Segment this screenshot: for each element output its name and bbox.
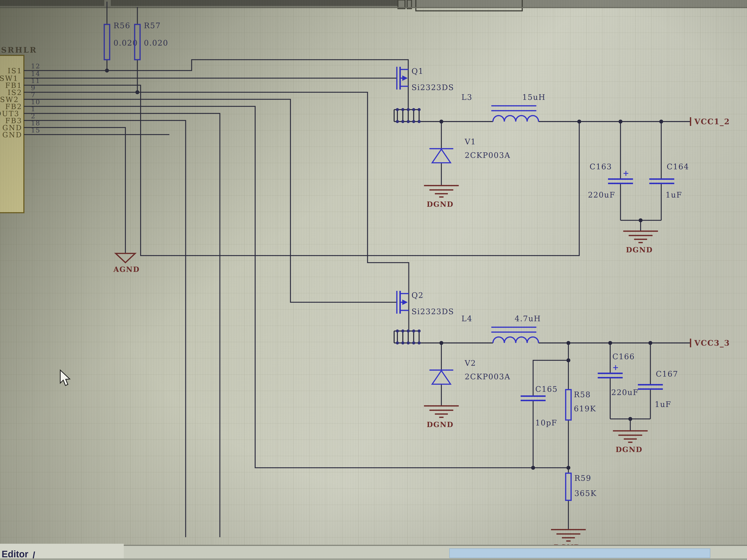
- status-bar: Editor /: [0, 544, 747, 560]
- horizontal-scrollbar-thumb[interactable]: [449, 549, 710, 558]
- schematic-editor-screen: SRHLR IS1 SW1 FB1 IS2 SW2 FB2 OUT3 FB3 G…: [0, 0, 747, 560]
- status-bar-bottom-strip: [0, 558, 747, 560]
- editor-tab-label[interactable]: Editor: [2, 549, 28, 559]
- photo-vignette: [0, 0, 747, 560]
